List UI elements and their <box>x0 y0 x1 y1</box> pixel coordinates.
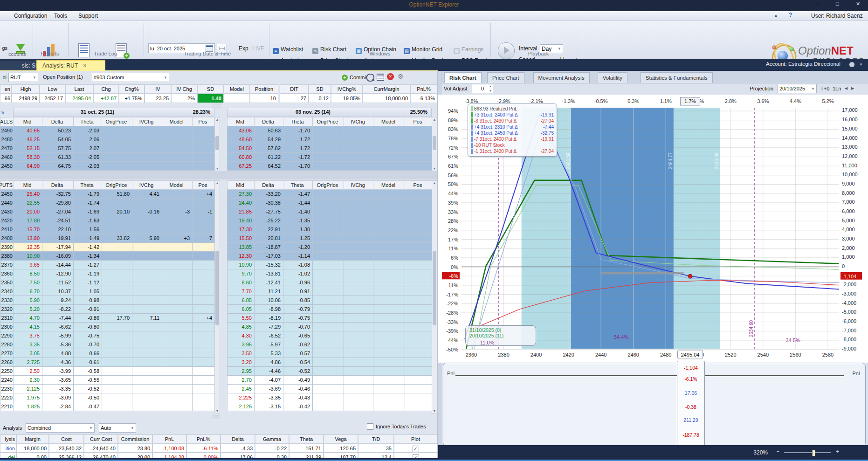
maximize-button[interactable]: □ <box>836 1 839 7</box>
puts-left-scrollbar[interactable]: ▲▼ <box>214 180 220 413</box>
option-row[interactable]: 23608.50-12.90-1.19 <box>0 269 215 278</box>
scroll-up-icon[interactable]: ▲ <box>432 118 437 121</box>
scroll-up-icon[interactable]: ▲ <box>432 181 437 185</box>
windows-item-earnings[interactable]: ▦Earnings <box>454 46 483 54</box>
windows-item-monitor-grid[interactable]: ▤Monitor Grid <box>404 46 442 54</box>
zoom-out-icon[interactable]: − <box>777 448 779 454</box>
calls-puts-splitter[interactable] <box>0 171 437 179</box>
search-icon[interactable] <box>366 74 374 82</box>
option-row[interactable]: 27.30-33.20-1.47 <box>227 190 432 199</box>
option-row[interactable]: 23104.70-7.44-0.8617.707.11+4 <box>0 314 215 323</box>
option-row[interactable]: 2.225-3.35-0.43 <box>227 393 432 402</box>
scroll-down-icon[interactable]: ▼ <box>215 167 220 170</box>
tab-close-icon[interactable]: × <box>83 62 86 69</box>
ignore-todays-trades-checkbox[interactable]: Ignore Today's Trades <box>367 423 426 430</box>
option-row[interactable]: 67.2564.52-1.70 <box>227 162 432 171</box>
option-row[interactable]: 13.85-18.87-1.20 <box>227 243 432 252</box>
option-row[interactable]: 2.45-3.69-0.46 <box>227 385 432 393</box>
option-row[interactable]: 3.95-5.97-0.62 <box>227 340 432 349</box>
windows-item-risk-chart[interactable]: ∿Risk Chart <box>312 46 346 54</box>
scroll-thumb[interactable] <box>215 251 219 325</box>
minimize-button[interactable]: ─ <box>816 1 820 7</box>
option-row[interactable]: 22302.125-3.35-0.52 <box>0 385 215 393</box>
option-row[interactable]: 3.50-5.33-0.57 <box>227 349 432 358</box>
option-row[interactable]: 12.30-17.03-1.14 <box>227 252 432 261</box>
option-row[interactable]: 3.20-4.86-0.54 <box>227 358 432 367</box>
option-row[interactable]: 7.70-11.21-0.91 <box>227 287 432 296</box>
analysis-mode-select[interactable]: Combined▼ <box>26 423 95 433</box>
option-row[interactable]: 23406.70-10.37-1.05 <box>0 287 215 296</box>
option-row[interactable]: 48.6054.29-1.72 <box>227 135 432 144</box>
option-row[interactable]: 6.85-10.06-0.85 <box>227 296 432 305</box>
option-row[interactable]: 23709.65-14.44-1.27 <box>0 261 215 269</box>
commit-button[interactable]: + Commit <box>342 73 367 82</box>
scroll-down-icon[interactable]: ▼ <box>432 409 437 413</box>
menu-configuration[interactable]: Configuration <box>10 12 51 20</box>
tab-price-chart[interactable]: Price Chart <box>487 72 524 83</box>
option-row[interactable]: 22502.50-3.99-0.58 <box>0 367 215 376</box>
account-dropdown-icon[interactable]: ▼ <box>859 62 863 67</box>
option-row[interactable]: 5.50-8.19-0.75 <box>227 314 432 323</box>
puts-right-scrollbar[interactable]: ▲▼ <box>432 180 437 413</box>
zoom-slider[interactable] <box>784 452 831 453</box>
option-row[interactable]: 247052.1557.75-2.07 <box>0 144 215 153</box>
option-row[interactable]: 22201.975-3.09-0.50 <box>0 393 215 402</box>
plot-checkbox[interactable]: ✓ <box>413 446 419 452</box>
option-row[interactable]: 2.70-4.07-0.49 <box>227 376 432 385</box>
scroll-thumb[interactable] <box>215 136 219 150</box>
option-row[interactable]: 240013.90-19.91-1.4933.825.90+3-7 <box>0 234 215 243</box>
zoom-in-icon[interactable]: + <box>836 448 839 454</box>
gear-icon[interactable]: ⚙ <box>398 73 404 80</box>
option-row[interactable]: 21.85-27.75-1.40 <box>227 207 432 216</box>
option-row[interactable]: 2.125-3.15-0.42 <box>227 402 432 411</box>
tab-risk-chart[interactable]: Risk Chart <box>444 72 482 83</box>
tab-volatility[interactable]: Volatility <box>598 72 627 83</box>
option-row[interactable]: 22101.825-2.84-0.47 <box>0 402 215 411</box>
option-row[interactable]: 242017.80-24.51-1.63 <box>0 216 215 225</box>
scroll-up-icon[interactable]: ▲ <box>215 118 220 121</box>
collapse-ribbon-icon[interactable]: ▲ <box>774 13 778 18</box>
option-row[interactable]: 22703.05-4.88-0.66 <box>0 349 215 358</box>
option-row[interactable]: 6.05-8.98-0.79 <box>227 305 432 314</box>
option-row[interactable]: 238010.90-16.09-1.34 <box>0 252 215 261</box>
option-row[interactable]: 249040.6550.23-2.03 <box>0 126 215 135</box>
symbol-select[interactable]: RUT▼ <box>8 73 38 82</box>
option-row[interactable]: 246058.3061.33-2.05 <box>0 153 215 162</box>
calls-left-scrollbar[interactable]: ▲▼ <box>214 117 220 171</box>
option-row[interactable]: 243020.00-27.04-1.6920.10-0.16-3-1 <box>0 207 215 216</box>
expand-chevron-icon[interactable]: » <box>1 109 5 116</box>
option-row[interactable]: 22602.725-4.36-0.61 <box>0 358 215 367</box>
calls-right-scrollbar[interactable]: ▲▼ <box>432 117 437 171</box>
option-row[interactable]: 22803.35-5.36-0.70 <box>0 340 215 349</box>
option-row[interactable]: 241015.70-22.10-1.56 <box>0 225 215 234</box>
strategy-select[interactable]: #603 Custom▼ <box>92 73 169 82</box>
option-row[interactable]: 10.90-15.32-1.08 <box>227 261 432 269</box>
option-row[interactable]: 54.5057.82-1.72 <box>227 144 432 153</box>
grid-view-icon[interactable] <box>377 74 384 81</box>
option-row[interactable]: 23507.50-11.52-1.12 <box>0 278 215 287</box>
projection-date-select[interactable]: 20/10/2025▼ <box>778 84 817 93</box>
option-row[interactable]: 9.70-13.81-1.02 <box>227 269 432 278</box>
option-row[interactable]: 245025.40-32.75-1.7951.804.41+4 <box>0 190 215 199</box>
option-row[interactable]: 60.8061.22-1.72 <box>227 153 432 162</box>
vol-adjust-spinner[interactable]: 0 ▲ ▼ <box>472 84 493 93</box>
option-row[interactable]: 17.30-22.91-1.30 <box>227 225 432 234</box>
help-icon[interactable]: ? <box>789 12 792 18</box>
scroll-thumb[interactable] <box>433 136 436 150</box>
option-row[interactable]: 19.40-25.22-1.35 <box>227 216 432 225</box>
close-button[interactable]: ✕ <box>856 1 860 7</box>
analysis-auto-select[interactable]: Auto▼ <box>99 423 136 433</box>
scroll-thumb[interactable] <box>433 251 436 325</box>
scroll-down-icon[interactable]: ▼ <box>432 167 437 170</box>
windows-item-option-chain[interactable]: ▦Option Chain <box>356 46 396 54</box>
option-row[interactable]: 22402.30-3.65-0.55 <box>0 376 215 385</box>
option-row[interactable]: 24.40-30.38-1.44 <box>227 199 432 207</box>
option-row[interactable]: 43.0550.63-1.70 <box>227 126 432 135</box>
scroll-down-icon[interactable]: ▼ <box>215 409 220 413</box>
scroll-up-icon[interactable]: ▲ <box>215 181 220 185</box>
option-row[interactable]: 244022.55-29.80-1.74 <box>0 199 215 207</box>
projection-next-icon[interactable]: ▶ <box>851 86 854 90</box>
option-row[interactable]: 23004.15-6.62-0.80 <box>0 323 215 331</box>
option-row[interactable]: 23205.20-8.22-0.91 <box>0 305 215 314</box>
menu-support[interactable]: Support <box>75 12 102 20</box>
